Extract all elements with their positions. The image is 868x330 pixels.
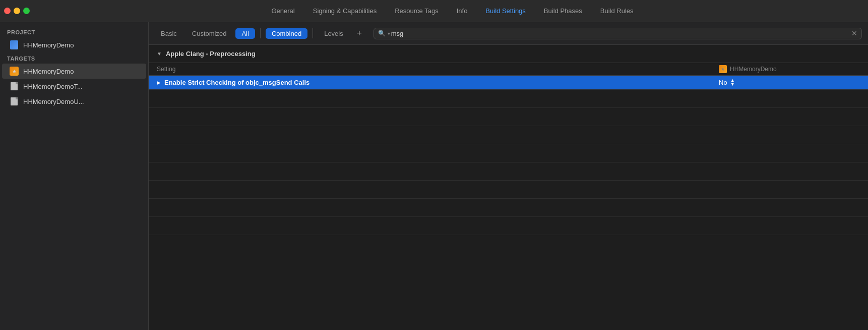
row-value-text: No — [719, 79, 727, 86]
tab-info[interactable]: Info — [448, 0, 477, 22]
targets-section-header: TARGETS — [0, 52, 148, 64]
empty-row-1 — [149, 90, 868, 108]
empty-row-6 — [149, 181, 868, 199]
tab-build-phases[interactable]: Build Phases — [535, 0, 591, 22]
target-icon: ★ — [10, 67, 19, 76]
search-clear-button[interactable]: ✕ — [851, 30, 857, 37]
tab-general[interactable]: General — [262, 0, 303, 22]
project-icon — [9, 40, 19, 50]
filter-separator — [260, 28, 261, 38]
target-u-icon — [9, 96, 19, 106]
filter-all-button[interactable]: All — [235, 28, 255, 39]
col-header-value: ★ HHMemoryDemo — [719, 65, 860, 73]
filter-separator-2 — [313, 28, 313, 38]
minimize-button[interactable] — [14, 8, 20, 14]
row-setting-label: Enable Strict Checking of objc_msgSend C… — [164, 79, 309, 86]
table-area: ▼ Apple Clang - Preprocessing Setting ★ … — [149, 45, 868, 330]
col-value-label: HHMemoryDemo — [730, 66, 777, 73]
empty-row-3 — [149, 126, 868, 144]
search-box: 🔍 ▾ ✕ — [374, 28, 862, 39]
close-button[interactable] — [4, 8, 11, 14]
sidebar-item-project[interactable]: HHMemoryDemo — [2, 37, 146, 52]
section-header-preprocessing[interactable]: ▼ Apple Clang - Preprocessing — [149, 45, 868, 63]
tab-signing[interactable]: Signing & Capabilities — [304, 0, 386, 22]
empty-row-7 — [149, 199, 868, 217]
sidebar: PROJECT HHMemoryDemo TARGETS ★ HHMemoryD… — [0, 22, 149, 330]
row-value: No ▲▼ — [719, 79, 860, 86]
sidebar-item-target-main[interactable]: ★ HHMemoryDemo — [2, 64, 146, 79]
table-row[interactable]: ▶ Enable Strict Checking of objc_msgSend… — [149, 76, 868, 90]
empty-row-2 — [149, 108, 868, 126]
search-icon: 🔍 — [378, 30, 386, 37]
top-nav: General Signing & Capabilities Resource … — [0, 0, 868, 22]
search-input[interactable] — [391, 30, 851, 37]
main-layout: PROJECT HHMemoryDemo TARGETS ★ HHMemoryD… — [0, 22, 868, 330]
section-title: Apple Clang - Preprocessing — [166, 50, 256, 58]
filter-bar: Basic Customized All Combined Levels + 🔍… — [149, 22, 868, 45]
empty-row-8 — [149, 217, 868, 235]
target-t-label: HHMemoryDemoT... — [23, 83, 83, 90]
sidebar-item-target-t[interactable]: HHMemoryDemoT... — [2, 79, 146, 94]
column-headers: Setting ★ HHMemoryDemo — [149, 63, 868, 76]
col-header-setting: Setting — [157, 65, 719, 73]
filter-customized-button[interactable]: Customized — [186, 28, 233, 39]
tab-build-settings[interactable]: Build Settings — [476, 0, 535, 22]
content-area: Basic Customized All Combined Levels + 🔍… — [149, 22, 868, 330]
search-filter-dropdown[interactable]: ▾ — [388, 31, 390, 36]
project-section-header: PROJECT — [0, 26, 148, 37]
nav-tabs: General Signing & Capabilities Resource … — [41, 0, 864, 22]
project-label: HHMemoryDemo — [23, 41, 74, 49]
target-value-icon: ★ — [719, 65, 727, 73]
row-setting: ▶ Enable Strict Checking of objc_msgSend… — [157, 79, 719, 86]
target-main-label: HHMemoryDemo — [23, 68, 74, 75]
add-setting-button[interactable]: + — [352, 26, 366, 40]
target-t-icon — [9, 81, 19, 91]
row-expand-icon: ▶ — [157, 80, 160, 85]
col-setting-label: Setting — [157, 66, 175, 73]
filter-levels-button[interactable]: Levels — [318, 28, 349, 39]
sidebar-item-target-u[interactable]: HHMemoryDemoU... — [2, 94, 146, 109]
filter-combined-button[interactable]: Combined — [266, 28, 307, 39]
target-main-icon: ★ — [9, 66, 19, 76]
tab-resource-tags[interactable]: Resource Tags — [386, 0, 447, 22]
window-controls — [4, 8, 33, 14]
tab-build-rules[interactable]: Build Rules — [591, 0, 643, 22]
section-triangle-icon: ▼ — [157, 51, 162, 57]
maximize-button[interactable] — [23, 8, 30, 14]
empty-row-5 — [149, 162, 868, 181]
target-u-label: HHMemoryDemoU... — [23, 98, 84, 105]
filter-basic-button[interactable]: Basic — [155, 28, 183, 39]
empty-row-4 — [149, 144, 868, 162]
stepper-icon[interactable]: ▲▼ — [730, 79, 735, 86]
